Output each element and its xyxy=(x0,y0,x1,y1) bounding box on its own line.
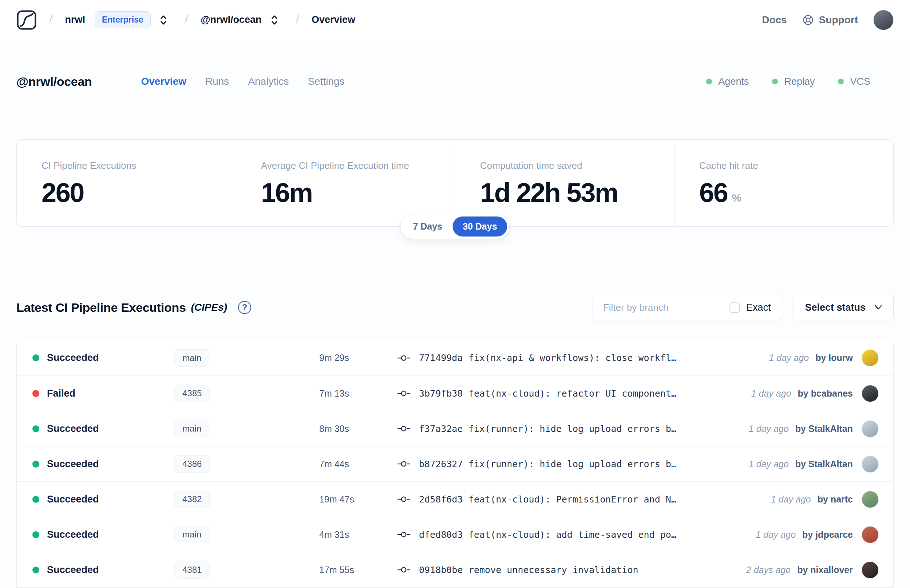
commit-message: feat(nx-cloud): refactor UI component… xyxy=(469,388,677,399)
branch-pill: 4386 xyxy=(175,455,210,473)
author-avatar xyxy=(862,561,879,578)
stats-section: CI Pipeline Executions 260 Average CI Pi… xyxy=(16,139,894,227)
git-commit-icon xyxy=(397,494,410,504)
author-label: by bcabanes xyxy=(798,388,853,399)
git-commit-icon xyxy=(397,353,410,363)
commit-text: dfed80d3feat(nx-cloud): add time-saved e… xyxy=(419,530,677,540)
status-cell: Succeeded xyxy=(32,529,175,540)
breadcrumb-org[interactable]: nrwl xyxy=(65,14,85,26)
user-avatar[interactable] xyxy=(873,10,894,30)
branch-pill: main xyxy=(175,526,209,543)
status-cell: Succeeded xyxy=(32,352,175,363)
meta-cell: 1 day ago by bcabanes xyxy=(740,385,879,402)
branch-cell: 4381 xyxy=(175,561,319,578)
branch-filter-group: Exact xyxy=(593,294,782,321)
author-avatar xyxy=(862,420,879,437)
duration-label: 19m 47s xyxy=(319,494,397,505)
divider xyxy=(682,71,682,92)
workspace-tab[interactable]: Settings xyxy=(307,76,344,87)
time-ago-label: 2 days ago xyxy=(746,565,790,575)
breadcrumb-page: Overview xyxy=(312,14,355,26)
commit-cell: b8726327fix(runner): hide log upload err… xyxy=(397,459,738,469)
time-ago-label: 1 day ago xyxy=(756,530,796,540)
workspace-tab[interactable]: Analytics xyxy=(248,76,289,87)
period-option-button[interactable]: 30 Days xyxy=(453,216,508,236)
status-cell: Succeeded xyxy=(32,494,175,505)
run-status-label: Succeeded xyxy=(47,529,99,540)
run-status-label: Failed xyxy=(47,388,75,399)
exact-checkbox[interactable] xyxy=(729,302,740,313)
breadcrumb-workspace[interactable]: @nrwl/ocean xyxy=(200,14,261,26)
duration-label: 4m 31s xyxy=(319,530,397,540)
run-status-dot-icon xyxy=(32,460,39,468)
nx-cloud-logo-icon[interactable] xyxy=(16,10,37,31)
table-row[interactable]: Succeeded 4382 19m 47s 2d58f6d3feat(nx-c… xyxy=(17,481,893,517)
status-cell: Succeeded xyxy=(32,564,175,576)
branch-filter-input[interactable] xyxy=(593,294,719,321)
commit-cell: 2d58f6d3feat(nx-cloud): PermissionError … xyxy=(397,494,760,505)
period-toggle: 7 Days30 Days xyxy=(400,214,509,239)
exact-toggle[interactable]: Exact xyxy=(719,294,781,321)
org-switcher-chevrons-icon[interactable] xyxy=(160,14,167,26)
stat-value: 260 xyxy=(42,179,84,206)
table-row[interactable]: Succeeded main 9m 29s 771499dafix(nx-api… xyxy=(17,340,893,375)
commit-message: fix(nx-api & workflows): close workfl… xyxy=(469,352,677,363)
workspace-switcher-chevrons-icon[interactable] xyxy=(270,14,278,26)
commit-text: f37a32aefix(runner): hide log upload err… xyxy=(419,423,677,434)
duration-label: 17m 55s xyxy=(319,565,397,575)
branch-cell: main xyxy=(175,420,319,437)
branch-pill: main xyxy=(175,349,209,367)
table-row[interactable]: Failed 4385 7m 13s 3b79fb38feat(nx-cloud… xyxy=(17,375,893,411)
branch-cell: main xyxy=(175,349,319,367)
status-indicator[interactable]: Replay xyxy=(772,76,815,87)
table-row[interactable]: Succeeded 4381 17m 55s 0918b0beremove un… xyxy=(17,552,893,587)
status-indicator[interactable]: Agents xyxy=(706,76,749,87)
table-filters: Exact Select status xyxy=(593,294,894,321)
period-option-button[interactable]: 7 Days xyxy=(402,216,453,236)
run-status-dot-icon xyxy=(32,390,39,397)
commit-text: 2d58f6d3feat(nx-cloud): PermissionError … xyxy=(419,494,677,505)
commit-message: feat(nx-cloud): PermissionError and N… xyxy=(469,494,677,505)
run-status-label: Succeeded xyxy=(47,564,99,576)
meta-cell: 1 day ago by jdpearce xyxy=(745,526,879,543)
lifebuoy-icon xyxy=(802,14,814,26)
help-icon[interactable]: ? xyxy=(238,301,251,314)
commit-text: 3b79fb38feat(nx-cloud): refactor UI comp… xyxy=(419,388,677,399)
author-label: by nartc xyxy=(818,494,853,505)
table-row[interactable]: Succeeded main 4m 31s dfed80d3feat(nx-cl… xyxy=(17,517,893,552)
run-status-dot-icon xyxy=(32,496,39,503)
commit-hash: 2d58f6d3 xyxy=(419,494,463,505)
commit-cell: 3b79fb38feat(nx-cloud): refactor UI comp… xyxy=(397,388,740,399)
duration-label: 7m 44s xyxy=(319,459,397,469)
workspace-tabs: OverviewRunsAnalyticsSettings xyxy=(141,76,344,87)
time-ago-label: 1 day ago xyxy=(749,423,789,434)
workspace-tab[interactable]: Runs xyxy=(205,76,229,87)
table-row[interactable]: Succeeded main 8m 30s f37a32aefix(runner… xyxy=(17,411,893,446)
commit-message: fix(runner): hide log upload errors b… xyxy=(469,459,677,469)
cipe-table: Succeeded main 9m 29s 771499dafix(nx-api… xyxy=(16,340,894,588)
status-select-button[interactable]: Select status xyxy=(794,294,894,321)
docs-link[interactable]: Docs xyxy=(762,14,787,26)
stat-label: Average CI Pipeline Execution time xyxy=(261,160,440,171)
author-label: by StalkAltan xyxy=(795,423,853,434)
git-commit-icon xyxy=(397,459,410,468)
author-avatar xyxy=(862,491,879,508)
commit-text: 771499dafix(nx-api & workflows): close w… xyxy=(419,352,677,363)
breadcrumb-separator: / xyxy=(49,12,52,26)
support-link[interactable]: Support xyxy=(802,14,858,26)
plan-badge[interactable]: Enterprise xyxy=(95,11,151,28)
commit-hash: f37a32ae xyxy=(419,423,463,434)
branch-cell: 4385 xyxy=(175,384,319,402)
breadcrumb-separator: / xyxy=(296,12,299,26)
stat-card: Cache hit rate 66 % xyxy=(674,140,893,226)
status-indicator[interactable]: VCS xyxy=(838,76,870,87)
section-title: Latest CI Pipeline Executions xyxy=(16,300,186,315)
meta-cell: 1 day ago by nartc xyxy=(760,491,879,508)
commit-text: 0918b0beremove unnecessary invalidation xyxy=(419,565,638,575)
stat-cards: CI Pipeline Executions 260 Average CI Pi… xyxy=(16,139,894,227)
table-row[interactable]: Succeeded 4386 7m 44s b8726327fix(runner… xyxy=(17,446,893,481)
workspace-tab[interactable]: Overview xyxy=(141,76,186,87)
commit-hash: 771499da xyxy=(419,352,463,363)
branch-cell: 4386 xyxy=(175,455,319,473)
meta-cell: 1 day ago by StalkAltan xyxy=(738,456,879,473)
